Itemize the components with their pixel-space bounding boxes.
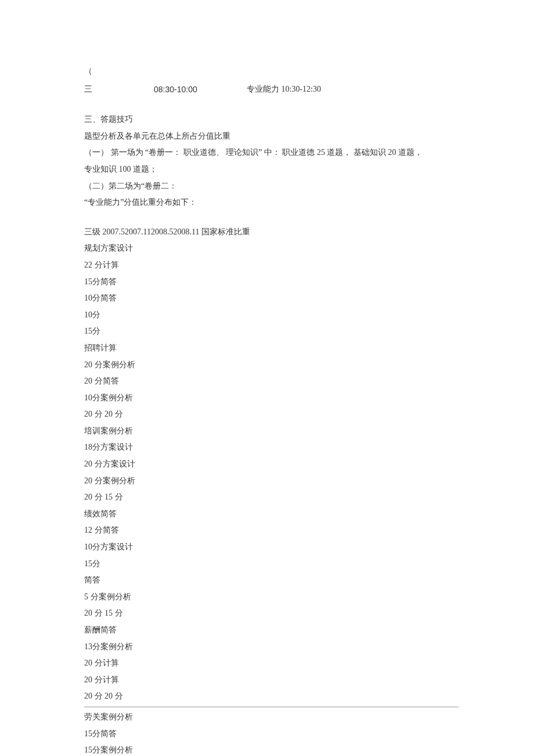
- list-item: 20 分 20 分: [84, 407, 459, 422]
- body-text: “专业能力”分值比重分布如下：: [84, 195, 459, 211]
- list-item: 20 分案例分析: [84, 473, 459, 489]
- schedule-row-2: 三 08:30-10:00 专业能力 10:30-12:30: [84, 82, 459, 97]
- body-text: 专业知识 100 道题；: [84, 162, 459, 178]
- list-item: 劳关案例分析: [84, 710, 459, 725]
- list-item: 20 分案例分析: [84, 357, 459, 373]
- list-item: 15分简答: [84, 274, 459, 290]
- list-item: 10分方案设计: [84, 540, 459, 555]
- list-item: 招聘计算: [84, 341, 459, 356]
- list-item: 绩效简答: [84, 507, 459, 522]
- list-item: 20 分 20 分: [84, 689, 459, 704]
- list-item: 20 分简答: [84, 374, 459, 389]
- list-item: 15分: [84, 324, 459, 339]
- list-item: 10分案例分析: [84, 390, 459, 406]
- list-item: 22 分计算: [84, 258, 459, 273]
- list-item: 15分案例分析: [84, 743, 459, 756]
- list-item: 20 分方案设计: [84, 457, 459, 472]
- section-heading: 三、答题技巧: [84, 112, 459, 128]
- list-item: 12 分简答: [84, 523, 459, 538]
- list-item: 15分: [84, 556, 459, 572]
- divider: [84, 707, 459, 707]
- list-block-b: 劳关案例分析15分简答15分案例分析20 分简答: [84, 710, 459, 756]
- list-block-a: 规划方案设计22 分计算15分简答10分简答10分15分招聘计算20 分案例分析…: [84, 241, 459, 704]
- list-item: 薪酬简答: [84, 623, 459, 638]
- body-text: （一） 第一场为 “卷册一： 职业道德、 理论知识” 中： 职业道德 25 道题…: [84, 145, 459, 161]
- list-item: 20 分计算: [84, 672, 459, 688]
- schedule-cell: 三: [84, 82, 154, 97]
- list-item: 简答: [84, 573, 459, 588]
- list-item: 15分简答: [84, 726, 459, 742]
- body-text: 题型分析及各单元在总体上所占分值比重: [84, 129, 459, 144]
- body-text: （二）第二场为“卷册二：: [84, 179, 459, 194]
- list-item: 20 分计算: [84, 656, 459, 671]
- list-item: 10分简答: [84, 291, 459, 306]
- schedule-cell: 08:30-10:00: [154, 82, 247, 97]
- list-item: 20 分 15 分: [84, 606, 459, 621]
- list-item: 20 分 15 分: [84, 490, 459, 505]
- list-item: 18分方案设计: [84, 440, 459, 455]
- schedule-row-1: （: [84, 64, 459, 79]
- schedule-cell: （: [84, 64, 154, 79]
- list-item: 10分: [84, 308, 459, 323]
- list-item: 培训案例分析: [84, 424, 459, 439]
- schedule-cell: 专业能力 10:30-12:30: [247, 82, 459, 97]
- list-header: 三级 2007.52007.112008.52008.11 国家标准比重: [84, 225, 459, 240]
- list-item: 5 分案例分析: [84, 589, 459, 605]
- document-page: （ 三 08:30-10:00 专业能力 10:30-12:30 三、答题技巧 …: [0, 0, 534, 756]
- list-item: 规划方案设计: [84, 241, 459, 256]
- list-item: 13分案例分析: [84, 639, 459, 655]
